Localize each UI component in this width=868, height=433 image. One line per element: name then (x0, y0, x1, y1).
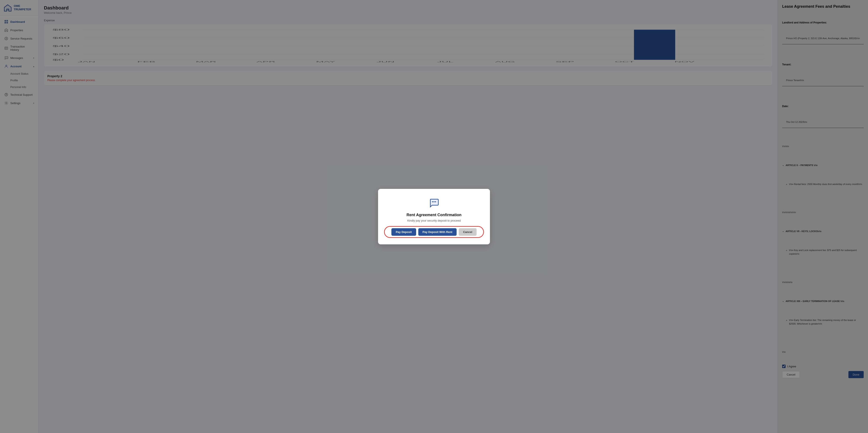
modal-subtitle: Kindly pay your security deposit to proc… (389, 219, 479, 222)
svg-point-32 (432, 201, 433, 202)
modal-cancel-button[interactable]: Cancel (459, 228, 476, 236)
modal-overlay: Rent Agreement Confirmation Kindly pay y… (0, 0, 868, 433)
pay-deposit-button[interactable]: Pay Deposit (392, 228, 416, 236)
pay-deposit-rent-button[interactable]: Pay Deposit With Rent (418, 228, 457, 236)
modal-buttons: Pay Deposit Pay Deposit With Rent Cancel (389, 228, 479, 236)
modal-dialog: Rent Agreement Confirmation Kindly pay y… (378, 189, 490, 244)
modal-title: Rent Agreement Confirmation (389, 213, 479, 217)
chat-icon (429, 197, 439, 208)
svg-point-34 (435, 201, 436, 202)
svg-point-33 (434, 201, 435, 202)
modal-icon (389, 197, 479, 210)
